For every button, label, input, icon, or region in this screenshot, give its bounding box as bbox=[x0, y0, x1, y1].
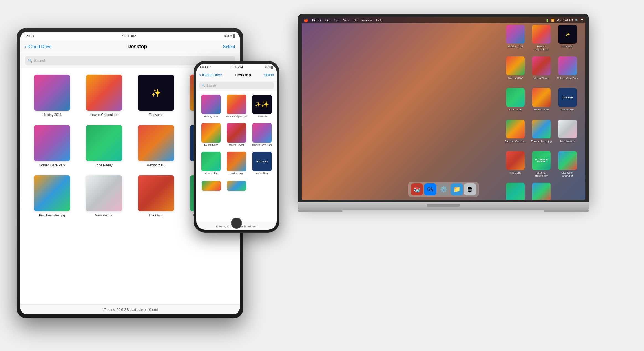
edit-menu[interactable]: Edit bbox=[334, 19, 339, 22]
view-menu[interactable]: View bbox=[343, 19, 350, 22]
ipad-file-thumb-ricepaddy bbox=[86, 125, 122, 161]
notification-icon[interactable]: ☰ bbox=[581, 19, 583, 22]
ipad-file-thumb-newmexico bbox=[86, 175, 122, 211]
desktop-icon-ricepaddy[interactable]: Rice Paddy bbox=[503, 88, 528, 118]
iphone-file-iceland[interactable]: ICELAND Iceland.key bbox=[250, 149, 274, 177]
ipad-file-pinwheel[interactable]: Pinwheel idea.jpg bbox=[26, 171, 78, 222]
ipad-title: Desktop bbox=[51, 44, 223, 50]
iphone-file-macroflower[interactable]: Macro Flower bbox=[224, 121, 249, 149]
iphone-file-summergarden-partial[interactable] bbox=[199, 179, 224, 194]
desktop-icon-macroflower[interactable]: Macro Flower bbox=[529, 56, 554, 87]
ipad-status-bar: iPad ✈ 9:41 AM 100% ▓ bbox=[20, 32, 240, 40]
dock-settings[interactable]: ⚙️ bbox=[437, 183, 450, 195]
iphone-file-name-iceland: Iceland.key bbox=[256, 172, 268, 175]
desktop-icon-malibu[interactable]: Malibu.MOV bbox=[503, 56, 528, 87]
desktop-icon-fireworks[interactable]: Fireworks bbox=[555, 25, 580, 55]
ipad-back-button[interactable]: ‹ iCloud Drive bbox=[25, 44, 51, 49]
desktop-icon-forest[interactable]: Forest bbox=[503, 183, 528, 200]
ipad-file-thumb-thegang bbox=[138, 175, 174, 211]
ipad-file-fireworks[interactable]: Fireworks bbox=[130, 71, 182, 121]
iphone-search-bar: 🔍 Search bbox=[196, 80, 277, 91]
ipad-file-origami[interactable]: How to Origami.pdf bbox=[78, 71, 130, 121]
desktop-icon-thegang[interactable]: The Gang bbox=[503, 151, 528, 182]
dock-finder[interactable]: 📁 bbox=[451, 183, 463, 195]
ipad-status-time: 9:41 AM bbox=[35, 34, 223, 38]
apple-menu[interactable]: 🍎 bbox=[304, 18, 308, 22]
iphone-file-mexico[interactable]: Mexico 2016 bbox=[224, 149, 249, 177]
finder-menu[interactable]: Finder bbox=[312, 19, 321, 22]
go-menu[interactable]: Go bbox=[354, 19, 358, 22]
iphone-file-name-fireworks: Fireworks bbox=[256, 115, 267, 118]
battery-icon: 🔋 bbox=[546, 19, 549, 22]
iphone-file-name-mexico: Mexico 2016 bbox=[229, 172, 243, 175]
iphone-file-ricepaddy[interactable]: Rice Paddy bbox=[199, 149, 224, 177]
iphone-file-pinwheel-partial[interactable] bbox=[224, 179, 249, 194]
iphone-file-name-goldengate: Golden Gate Park bbox=[252, 144, 272, 147]
iphone-file-fireworks[interactable]: ✨ Fireworks bbox=[250, 92, 274, 120]
dock: 📚 🛍 ⚙️ 📁 🗑 bbox=[408, 182, 479, 197]
desktop-icon-pinwheel[interactable]: Pinwheel idea.jpg bbox=[529, 120, 554, 150]
iphone-file-name-origami: How to Origami.pdf bbox=[226, 115, 247, 118]
macbook-base bbox=[298, 202, 589, 210]
file-menu[interactable]: File bbox=[325, 19, 330, 22]
desktop-icon-iceland[interactable]: ICELAND Iceland.key bbox=[555, 88, 580, 118]
desktop-icon-goldengate[interactable]: Golden Gate Park bbox=[555, 56, 580, 87]
desktop-icon-patterns[interactable]: PATTERNS IN NATURE Patterns - Nature.key bbox=[529, 151, 554, 182]
ipad-file-name-holiday: Holiday 2016 bbox=[42, 113, 62, 117]
iphone-search-placeholder: Search bbox=[206, 84, 216, 87]
ipad-file-name-thegang: The Gang bbox=[149, 213, 163, 218]
iphone-file-thumb-ricepaddy bbox=[201, 152, 221, 171]
iphone-navbar: < iCloud Drive Desktop Select bbox=[196, 70, 277, 80]
dock-ibooks[interactable]: 📚 bbox=[411, 183, 423, 195]
iphone-file-goldengate[interactable]: Golden Gate Park bbox=[250, 121, 274, 149]
iphone-status-left: ●●●●● ✈ bbox=[200, 65, 211, 68]
desktop-icon-kidscolor[interactable]: Kids Color Chart.pdf bbox=[555, 151, 580, 182]
iphone-select-button[interactable]: Select bbox=[264, 73, 274, 77]
desktop-icon-newmexico[interactable]: New Mexico bbox=[555, 120, 580, 150]
window-menu[interactable]: Window bbox=[362, 19, 372, 22]
macbook-menubar: 🍎 Finder File Edit View Go Window Help 🔋… bbox=[302, 17, 585, 23]
ipad-back-label: iCloud Drive bbox=[27, 44, 51, 49]
search-icon: 🔍 bbox=[28, 58, 32, 63]
iphone-home-button[interactable] bbox=[231, 218, 242, 229]
macbook-screen: 🍎 Finder File Edit View Go Window Help 🔋… bbox=[302, 17, 585, 200]
iphone-status-time: 9:41 AM bbox=[211, 65, 263, 68]
iphone-file-origami[interactable]: How to Origami.pdf bbox=[224, 92, 249, 120]
ipad-file-mexico[interactable]: Mexico 2016 bbox=[130, 121, 182, 172]
iphone-file-malibu[interactable]: Malibu.MOV bbox=[199, 121, 224, 149]
desktop-icon-summergarden[interactable]: Summer Garden... bbox=[503, 120, 528, 150]
help-menu[interactable]: Help bbox=[376, 19, 383, 22]
ipad-file-ricepaddy[interactable]: Rice Paddy bbox=[78, 121, 130, 172]
desktop-icon-mexico2016[interactable]: Mexico 2016 bbox=[529, 88, 554, 118]
ipad-file-name-origami: How to Origami.pdf bbox=[90, 113, 118, 117]
desktop-icon-signpainting[interactable]: The Art of Sign Painting.pages bbox=[529, 183, 554, 200]
macbook-foot-left bbox=[298, 210, 342, 212]
wifi-icon: 📶 bbox=[551, 19, 554, 22]
iphone-file-thumb-iceland: ICELAND bbox=[252, 152, 272, 171]
macbook: 🍎 Finder File Edit View Go Window Help 🔋… bbox=[298, 14, 589, 221]
ipad-file-goldengate[interactable]: Golden Gate Park bbox=[26, 121, 78, 172]
desktop-icon-origami[interactable]: How to Origami.pdf bbox=[529, 25, 554, 55]
ipad-select-button[interactable]: Select bbox=[223, 44, 235, 49]
iphone-back-button[interactable]: < iCloud Drive bbox=[199, 73, 222, 77]
ipad-footer: 17 items, 20.6 GB available on iCloud bbox=[20, 304, 240, 314]
iphone-file-thumb-malibu bbox=[201, 123, 221, 143]
ipad-signal: iPad ✈ bbox=[25, 34, 35, 38]
dock-appstore[interactable]: 🛍 bbox=[424, 183, 436, 195]
iphone-file-holiday2016[interactable]: Holiday 2016 bbox=[199, 92, 224, 120]
iphone-search-icon: 🔍 bbox=[201, 84, 205, 87]
ipad-file-name-newmexico: New Mexico bbox=[95, 213, 113, 218]
ipad-file-thumb-goldengate bbox=[34, 125, 70, 161]
ipad-file-holiday2016[interactable]: Holiday 2016 bbox=[26, 71, 78, 121]
menu-clock: Mon 9:41 AM bbox=[557, 19, 573, 22]
dock-trash[interactable]: 🗑 bbox=[464, 183, 476, 195]
iphone-file-thumb-holiday bbox=[201, 95, 221, 114]
desktop-icon-holiday2016[interactable]: Holiday 2016 bbox=[503, 25, 528, 55]
iphone-file-name-ricepaddy: Rice Paddy bbox=[205, 172, 217, 175]
ipad-file-newmexico[interactable]: New Mexico bbox=[78, 171, 130, 222]
ipad-file-thegang[interactable]: The Gang bbox=[130, 171, 182, 222]
ipad-battery: 100% ▓ bbox=[223, 34, 235, 38]
search-icon[interactable]: 🔍 bbox=[575, 19, 578, 22]
desktop-icons: Holiday 2016 How to Origami.pdf Firework… bbox=[503, 25, 580, 200]
iphone-search-box[interactable]: 🔍 Search bbox=[199, 82, 274, 89]
